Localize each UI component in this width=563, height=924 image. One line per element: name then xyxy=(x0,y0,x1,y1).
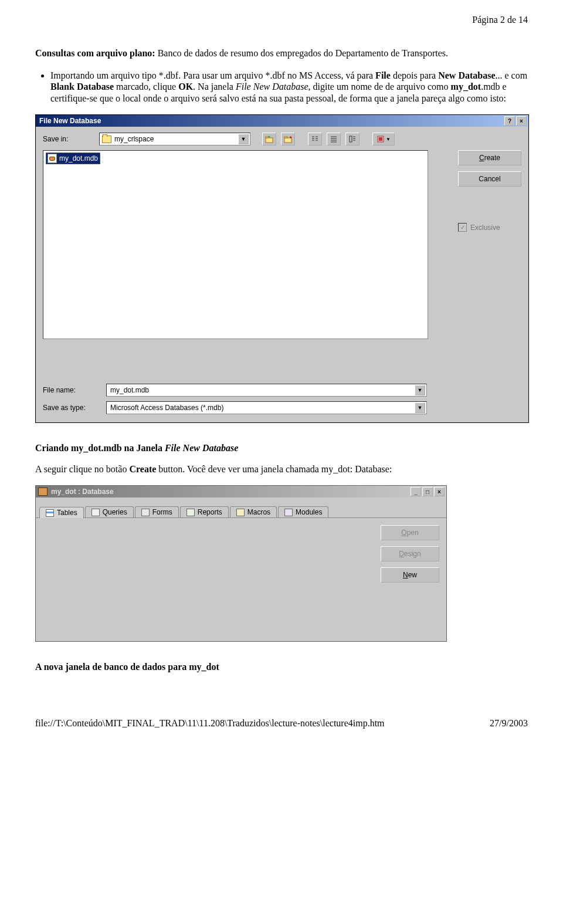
save-in-combo[interactable]: my_crlspace ▼ xyxy=(99,133,250,145)
file-name-value: my_dot.mdb xyxy=(110,386,149,394)
properties-button[interactable] xyxy=(345,133,359,145)
tab-label: Forms xyxy=(152,508,172,516)
minimize-button[interactable]: _ xyxy=(411,487,421,496)
tab-modules[interactable]: Modules xyxy=(278,506,328,517)
report-icon xyxy=(186,509,195,516)
bullet-bold-file: File xyxy=(375,70,391,80)
exclusive-checkbox: ✓ xyxy=(458,223,467,232)
tab-forms[interactable]: Forms xyxy=(135,506,179,517)
up-folder-button[interactable] xyxy=(262,133,276,145)
new-button[interactable]: New xyxy=(381,567,439,583)
database-file-icon xyxy=(48,154,57,163)
tab-label: Modules xyxy=(296,508,322,516)
folder-icon xyxy=(102,136,111,143)
new-folder-button[interactable]: ★ xyxy=(281,133,295,145)
svg-text:★: ★ xyxy=(289,136,292,139)
design-rest: esign xyxy=(404,550,421,558)
bullet-bold-newdb: New Database xyxy=(438,70,495,80)
tab-reports[interactable]: Reports xyxy=(180,506,229,517)
save-as-type-field[interactable]: Microsoft Access Databases (*.mdb) ▼ xyxy=(106,401,427,414)
design-button: Design xyxy=(381,546,439,561)
paragraph-2: A seguir clique no botão Create button. … xyxy=(35,464,528,475)
chevron-down-icon[interactable]: ▼ xyxy=(415,402,425,413)
chevron-down-icon[interactable]: ▼ xyxy=(238,134,249,144)
close-button[interactable]: × xyxy=(434,487,445,496)
file-name-field[interactable]: my_dot.mdb ▼ xyxy=(106,384,427,397)
dialog-titlebar: File New Database ? × xyxy=(36,115,528,127)
create-underline: C xyxy=(479,154,484,162)
tab-tables[interactable]: Tables xyxy=(39,507,84,518)
cancel-button[interactable]: Cancel xyxy=(458,171,521,187)
svg-rect-15 xyxy=(350,136,352,142)
bullet-bold-blank: Blank Database xyxy=(50,82,114,92)
bullet-bold-mydot: my_dot xyxy=(451,82,481,92)
para2-pre: A seguir clique no botão xyxy=(35,464,129,474)
caption-1-bold: Criando my_dot.mdb na Janela xyxy=(35,443,165,453)
caption-2-bold: A nova janela de banco de dados para my_… xyxy=(35,662,219,672)
bullet-text-5: . Na janela xyxy=(193,82,236,92)
para2-bold: Create xyxy=(129,464,156,474)
table-icon xyxy=(46,509,54,517)
window-titlebar: my_dot : Database _ □ × xyxy=(36,486,446,497)
tab-label: Macros xyxy=(247,508,270,516)
open-u: O xyxy=(401,529,406,537)
caption-1: Criando my_dot.mdb na Janela File New Da… xyxy=(35,443,528,453)
caption-2: A nova janela de banco de dados para my_… xyxy=(35,662,528,672)
create-button[interactable]: Create xyxy=(458,150,521,165)
footer-date: 27/9/2003 xyxy=(490,718,528,729)
file-new-database-dialog: File New Database ? × Save in: my_crlspa… xyxy=(35,114,529,423)
database-icon xyxy=(38,488,48,496)
intro-rest: Banco de dados de resumo dos empregados … xyxy=(155,48,448,58)
save-in-value: my_crlspace xyxy=(114,135,154,143)
bullet-text-6: , digite um nome de de arquivo como xyxy=(308,82,451,92)
module-icon xyxy=(284,509,293,516)
form-icon xyxy=(141,509,150,516)
bullet-text-4: marcado, clique xyxy=(114,82,178,92)
tab-label: Tables xyxy=(57,509,77,517)
database-window: my_dot : Database _ □ × Tables Queries F… xyxy=(35,485,447,642)
dialog-title: File New Database xyxy=(39,117,101,125)
para2-mid: button. Você deve ver uma janela chamada… xyxy=(156,464,392,474)
details-view-button[interactable] xyxy=(327,133,341,145)
intro-paragraph: Consultas com arquivo plano: Banco de da… xyxy=(35,48,528,59)
chevron-down-icon: ▼ xyxy=(386,137,391,142)
exclusive-label: Exclusive xyxy=(470,224,500,232)
file-item-label: my_dot.mdb xyxy=(59,154,98,163)
bullet-text-2: depois para xyxy=(391,70,438,80)
file-list-pane[interactable]: my_dot.mdb xyxy=(43,150,428,339)
open-rest: pen xyxy=(407,529,419,537)
bullet-italic-filenew: File New Database xyxy=(236,82,308,92)
macro-icon xyxy=(236,509,245,516)
window-title: my_dot : Database xyxy=(51,488,114,496)
new-u: N xyxy=(403,571,408,579)
file-name-label: File name: xyxy=(43,386,101,394)
caption-1-italic: File New Database xyxy=(165,443,238,453)
file-item-selected[interactable]: my_dot.mdb xyxy=(46,153,100,164)
tab-macros[interactable]: Macros xyxy=(230,506,277,517)
chevron-down-icon[interactable]: ▼ xyxy=(415,385,425,395)
svg-rect-3 xyxy=(284,137,287,138)
design-u: D xyxy=(399,550,404,558)
bullet-text-3: ... e com xyxy=(496,70,528,80)
tools-menu-button[interactable]: ▼ xyxy=(372,133,395,145)
create-rest: reate xyxy=(484,154,500,162)
svg-rect-20 xyxy=(379,137,382,141)
bullet-text-1: Importando um arquivo tipo *.dbf. Para u… xyxy=(50,70,375,80)
footer-path: file://T:\Conteúdo\MIT_FINAL_TRAD\11\11.… xyxy=(35,718,385,729)
close-button[interactable]: × xyxy=(516,116,527,126)
list-view-button[interactable] xyxy=(308,133,322,145)
save-in-label: Save in: xyxy=(43,135,94,143)
new-rest: ew xyxy=(408,571,417,579)
bullet-bold-ok: OK xyxy=(178,82,193,92)
tab-label: Queries xyxy=(103,508,127,516)
maximize-button[interactable]: □ xyxy=(422,487,433,496)
save-as-type-value: Microsoft Access Databases (*.mdb) xyxy=(110,404,223,412)
query-icon xyxy=(91,509,100,516)
help-button[interactable]: ? xyxy=(504,116,515,126)
save-as-type-label: Save as type: xyxy=(43,404,101,412)
open-button: Open xyxy=(381,525,439,540)
svg-rect-0 xyxy=(266,138,273,143)
page-number: Página 2 de 14 xyxy=(35,0,528,25)
tab-queries[interactable]: Queries xyxy=(85,506,134,517)
exclusive-checkbox-row: ✓ Exclusive xyxy=(458,223,521,232)
